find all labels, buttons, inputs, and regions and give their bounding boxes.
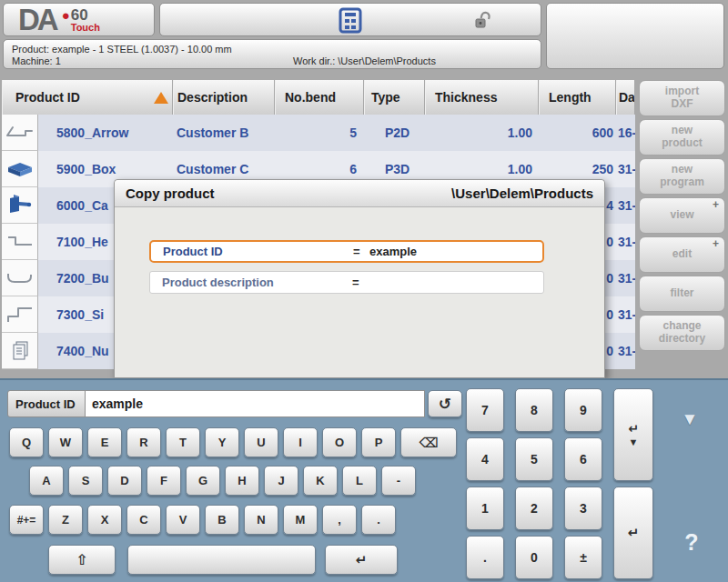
key-c[interactable]: C (126, 505, 161, 535)
numpad-1-key[interactable]: 1 (466, 487, 504, 530)
work-directory-text: Work dir.: \User\Delem\Products (293, 55, 436, 66)
unlock-icon[interactable] (473, 11, 493, 34)
logo-da-text: DA (18, 5, 56, 35)
key-m[interactable]: M (283, 505, 318, 535)
cell-date: 31-0 (616, 187, 635, 224)
numpad-7-key[interactable]: 7 (466, 388, 504, 432)
cell-length: 600 (539, 115, 616, 151)
column-header-description[interactable]: Description (173, 80, 275, 115)
key-f[interactable]: F (147, 466, 181, 496)
collapse-keyboard-button[interactable]: ▼ (675, 407, 704, 431)
cell-date: 31-0 (616, 260, 635, 296)
dialog-field-product-description[interactable]: Product description= (149, 271, 544, 294)
cell-date: 31-0 (616, 296, 635, 333)
key-s[interactable]: S (68, 466, 103, 496)
logo-touch-text: Touch (71, 23, 100, 33)
da60-touch-screen: DA ● 60 Touch Product: (0, 0, 728, 582)
key-v[interactable]: V (166, 505, 200, 535)
side-button-column: import DXFnew productnew programview+edi… (639, 80, 725, 354)
column-header-label: Product ID (15, 90, 80, 105)
key-e[interactable]: E (87, 427, 122, 457)
key-g[interactable]: G (186, 466, 220, 496)
key-w[interactable]: W (48, 427, 83, 457)
numpad-4-key[interactable]: 4 (466, 437, 504, 481)
numpad-period-key[interactable]: . (466, 536, 504, 579)
numpad-plusminus-key[interactable]: ± (564, 536, 602, 579)
key-t[interactable]: T (166, 427, 200, 457)
column-header-no-bend[interactable]: No.bend (275, 80, 364, 115)
key-j[interactable]: J (264, 466, 298, 496)
machine-status-text: Machine: 1 (12, 55, 61, 66)
key-u[interactable]: U (244, 427, 278, 457)
column-header-product-id[interactable]: Product ID (2, 80, 173, 115)
column-header-label: No.bend (285, 90, 336, 105)
key-backspace[interactable]: ⌫ (400, 427, 457, 457)
profile-step-icon (2, 224, 38, 260)
key-comma[interactable]: , (322, 505, 357, 535)
key-o[interactable]: O (322, 427, 357, 457)
status-info-bar: Product: example - 1 STEEL (1.0037) - 10… (3, 39, 541, 69)
help-button[interactable]: ? (679, 528, 704, 556)
key-minus[interactable]: - (381, 466, 416, 496)
key-h[interactable]: H (225, 466, 259, 496)
onscreen-keyboard: Product ID example ↺ QWERTYUIOP⌫ASDFGHJK… (0, 378, 728, 582)
import-dxf-button[interactable]: import DXF (639, 80, 725, 116)
side-button-label: change directory (659, 320, 705, 346)
key-a[interactable]: A (29, 466, 64, 496)
column-header-type[interactable]: Type (364, 80, 425, 115)
enter-key[interactable]: ↵ (325, 545, 398, 575)
shift-key[interactable]: ⇧ (48, 545, 116, 575)
numpad-0-key[interactable]: 0 (515, 536, 553, 579)
numpad-8-key[interactable]: 8 (515, 388, 553, 432)
side-button-label: view (670, 209, 693, 222)
key-symbols[interactable]: #+= (9, 505, 44, 535)
undo-icon[interactable]: ↺ (428, 390, 462, 417)
column-header-length[interactable]: Length (539, 80, 616, 115)
numpad-enter-down-key[interactable]: ↵▼ (613, 388, 653, 481)
field-equals-sign: = (352, 276, 359, 289)
numpad-enter-key[interactable]: ↵ (613, 487, 653, 579)
key-period[interactable]: . (361, 505, 396, 535)
numpad-9-key[interactable]: 9 (564, 388, 602, 432)
key-i[interactable]: I (283, 427, 318, 457)
key-p[interactable]: P (361, 427, 396, 457)
table-row[interactable]: 5800_ArrowCustomer B5P2D1.0060016-0 (2, 115, 635, 151)
column-header-label: Type (371, 90, 400, 105)
dialog-title-bar: Copy product \User\Delem\Products (115, 180, 604, 207)
column-header-dat[interactable]: Dat (616, 80, 635, 115)
key-q[interactable]: Q (9, 427, 44, 457)
dialog-field-product-id[interactable]: Product ID=example (149, 240, 544, 263)
key-d[interactable]: D (107, 466, 142, 496)
filter-button[interactable]: filter (639, 276, 725, 312)
keyboard-input-label: Product ID (7, 390, 86, 417)
expand-plus-icon: + (713, 199, 719, 212)
numpad-6-key[interactable]: 6 (564, 437, 602, 481)
space-key[interactable] (127, 545, 316, 575)
side-button-label: new product (662, 125, 703, 150)
key-x[interactable]: X (87, 505, 122, 535)
edit-button[interactable]: edit+ (639, 236, 725, 273)
view-button[interactable]: view+ (639, 197, 725, 234)
change-directory-button[interactable]: change directory (639, 315, 725, 351)
column-header-thickness[interactable]: Thickness (425, 80, 539, 115)
keyboard-text-input[interactable]: example (85, 390, 425, 417)
new-program-button[interactable]: new program (639, 158, 725, 195)
new-product-button[interactable]: new product (639, 119, 725, 156)
side-button-label: new program (660, 164, 704, 189)
cell-date: 31-0 (616, 151, 635, 187)
field-value: example (369, 245, 417, 258)
calculator-icon[interactable] (339, 7, 362, 37)
key-r[interactable]: R (126, 427, 161, 457)
key-z[interactable]: Z (48, 505, 83, 535)
numpad-3-key[interactable]: 3 (564, 487, 602, 530)
column-header-label: Thickness (435, 90, 497, 105)
key-n[interactable]: N (244, 505, 278, 535)
numpad-2-key[interactable]: 2 (515, 487, 553, 530)
key-k[interactable]: K (303, 466, 338, 496)
key-y[interactable]: Y (205, 427, 239, 457)
key-l[interactable]: L (342, 466, 377, 496)
numpad-5-key[interactable]: 5 (515, 437, 553, 481)
key-b[interactable]: B (205, 505, 239, 535)
cell-date: 16-0 (616, 115, 635, 151)
sort-ascending-icon (154, 92, 168, 104)
